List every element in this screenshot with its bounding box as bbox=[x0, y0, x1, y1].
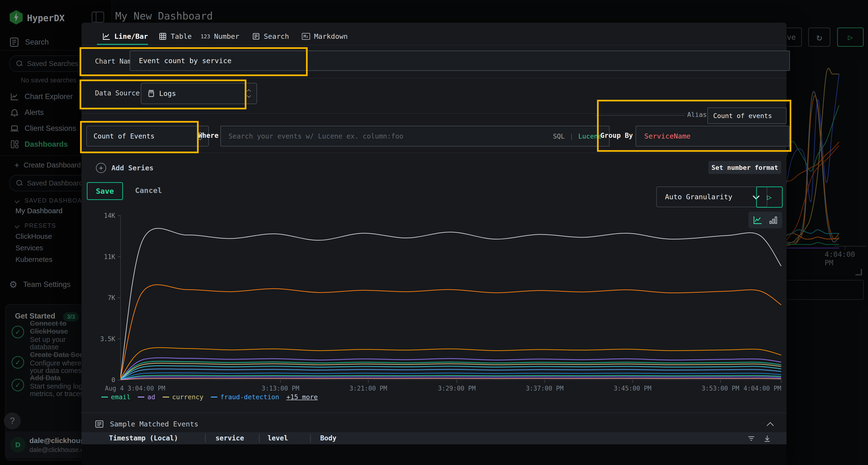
set-number-format-button[interactable]: Set number format bbox=[708, 161, 781, 174]
svg-text:3:53:00 PM: 3:53:00 PM bbox=[702, 385, 740, 392]
svg-text:0: 0 bbox=[112, 376, 115, 384]
line-chart-icon bbox=[102, 32, 111, 40]
column-header-body[interactable]: Body bbox=[320, 434, 336, 442]
aggregation-select[interactable]: Count of Events bbox=[86, 126, 209, 146]
add-series-label: Add Series bbox=[112, 164, 154, 172]
svg-text:3:13:00 PM: 3:13:00 PM bbox=[261, 385, 300, 392]
cancel-button[interactable]: Cancel bbox=[135, 186, 162, 195]
search-list-icon bbox=[252, 33, 260, 40]
tab-label: Number bbox=[214, 32, 240, 40]
plus-circle-icon: + bbox=[96, 163, 106, 173]
legend-label: email bbox=[111, 393, 130, 401]
column-separator[interactable] bbox=[205, 434, 206, 442]
group-by-label: Group By bbox=[600, 132, 633, 139]
svg-text:3:29:00 PM: 3:29:00 PM bbox=[438, 385, 476, 392]
column-header-timestamp[interactable]: Timestamp (Local) bbox=[109, 434, 178, 442]
chart-name-value[interactable] bbox=[138, 56, 789, 65]
app-root: { "app": {"brand": "HyperDX", "page_titl… bbox=[0, 0, 868, 465]
markdown-icon: M↓ bbox=[302, 33, 310, 40]
legend-more-button[interactable]: +15 more bbox=[286, 393, 318, 401]
granularity-value: Auto Granularity bbox=[665, 193, 732, 201]
legend-label: ad bbox=[147, 393, 155, 401]
data-source-label: Data Source bbox=[95, 89, 140, 97]
alias-value: Count of events bbox=[713, 112, 772, 120]
tab-markdown[interactable]: M↓ Markdown bbox=[302, 32, 348, 40]
svg-text:7K: 7K bbox=[108, 294, 116, 301]
legend-label: fraud-detection bbox=[220, 393, 279, 401]
lucene-language-toggle[interactable]: Lucene bbox=[578, 133, 602, 140]
column-separator[interactable] bbox=[310, 434, 311, 442]
group-by-input[interactable]: ServiceName bbox=[636, 126, 789, 146]
svg-text:Aug 4 3:04:00 PM: Aug 4 3:04:00 PM bbox=[105, 385, 165, 392]
tab-label: Search bbox=[264, 32, 289, 40]
sample-events-label: Sample Matched Events bbox=[110, 420, 198, 428]
granularity-select[interactable]: Auto Granularity bbox=[656, 187, 767, 207]
tab-line-bar[interactable]: Line/Bar bbox=[102, 32, 148, 40]
legend-dash bbox=[211, 397, 217, 398]
sql-language-toggle[interactable]: SQL bbox=[553, 133, 565, 140]
svg-text:14K: 14K bbox=[104, 212, 115, 219]
chart-name-input[interactable] bbox=[130, 51, 790, 71]
run-query-button[interactable]: ▷ bbox=[756, 187, 783, 208]
divider bbox=[82, 113, 786, 114]
table-icon bbox=[159, 32, 167, 40]
svg-text:3.5K: 3.5K bbox=[100, 335, 115, 343]
tab-label: Line/Bar bbox=[114, 32, 148, 40]
column-header-level[interactable]: level bbox=[268, 434, 288, 442]
svg-text:4:04:00 PM: 4:04:00 PM bbox=[743, 385, 781, 392]
where-query-field[interactable] bbox=[228, 132, 548, 140]
chart-editor-modal: Line/Bar Table 123 Number Search M↓ Mark… bbox=[82, 23, 786, 465]
where-label: Where bbox=[198, 132, 218, 139]
where-input[interactable]: SQL | Lucene bbox=[220, 126, 610, 146]
database-icon bbox=[148, 89, 155, 98]
tab-search[interactable]: Search bbox=[252, 32, 289, 40]
column-header-service[interactable]: service bbox=[216, 434, 244, 442]
aggregation-value: Count of Events bbox=[94, 132, 155, 140]
svg-text:3:21:00 PM: 3:21:00 PM bbox=[349, 385, 387, 392]
tab-label: Markdown bbox=[314, 32, 348, 40]
legend-item-email[interactable]: email bbox=[101, 393, 130, 401]
divider bbox=[82, 45, 786, 45]
column-separator[interactable] bbox=[259, 434, 260, 442]
tab-number[interactable]: 123 Number bbox=[200, 32, 240, 40]
sample-events-header[interactable]: Sample Matched Events bbox=[95, 420, 198, 428]
collapse-chevron-icon[interactable] bbox=[767, 422, 774, 429]
divider bbox=[82, 412, 786, 413]
events-table-body bbox=[82, 444, 786, 465]
divider bbox=[82, 78, 786, 78]
alias-label: Alias bbox=[687, 111, 707, 118]
language-separator: | bbox=[569, 133, 574, 140]
alias-input[interactable]: Count of events bbox=[707, 107, 786, 124]
save-button[interactable]: Save bbox=[87, 182, 123, 200]
chart-legend: email ad currency fraud-detection +15 mo… bbox=[101, 393, 318, 401]
main-chart[interactable]: 03.5K7K11K14KAug 4 3:04:00 PM3:13:00 PM3… bbox=[121, 212, 781, 381]
number-123-icon: 123 bbox=[200, 33, 210, 39]
data-source-value: Logs bbox=[159, 89, 176, 98]
legend-dash bbox=[162, 397, 169, 398]
legend-label: currency bbox=[172, 393, 204, 401]
add-series-button[interactable]: + Add Series bbox=[96, 163, 154, 173]
download-icon[interactable] bbox=[763, 434, 772, 443]
filter-icon[interactable] bbox=[747, 434, 756, 443]
svg-text:3:37:00 PM: 3:37:00 PM bbox=[526, 385, 564, 392]
group-by-value: ServiceName bbox=[644, 132, 690, 140]
legend-dash bbox=[138, 397, 145, 398]
legend-item-fraud-detection[interactable]: fraud-detection bbox=[211, 393, 279, 401]
data-source-select[interactable]: Logs bbox=[141, 83, 257, 104]
play-icon: ▷ bbox=[767, 193, 772, 202]
select-chevrons-icon bbox=[247, 90, 250, 97]
legend-dash bbox=[101, 397, 108, 398]
list-icon bbox=[95, 420, 104, 428]
legend-item-currency[interactable]: currency bbox=[162, 393, 204, 401]
divider bbox=[82, 153, 786, 153]
alias-connector-line bbox=[595, 115, 685, 115]
events-table-header: Timestamp (Local) service level Body bbox=[82, 432, 786, 444]
svg-text:3:45:00 PM: 3:45:00 PM bbox=[614, 385, 651, 392]
tab-label: Table bbox=[171, 32, 192, 40]
svg-text:11K: 11K bbox=[104, 253, 115, 261]
legend-item-ad[interactable]: ad bbox=[138, 393, 155, 401]
tab-table[interactable]: Table bbox=[159, 32, 192, 40]
